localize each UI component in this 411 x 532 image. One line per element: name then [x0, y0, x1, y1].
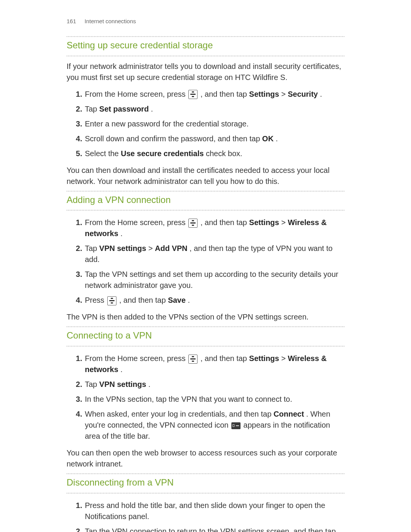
heading-connect-vpn: Connecting to a VPN — [67, 328, 344, 343]
list-item: 4. When asked, enter your log in credent… — [67, 407, 344, 444]
list-item: 4. Press , and then tap Save . — [67, 293, 344, 308]
running-header: 161 Internet connections — [67, 17, 344, 26]
step-text: . — [148, 380, 151, 388]
list-item: 2. Tap VPN settings > Add VPN , and then… — [67, 241, 344, 267]
bold-text: Security — [288, 90, 318, 98]
steps-list: 1. From the Home screen, press , and the… — [67, 215, 344, 308]
step-number: 2. — [72, 243, 82, 254]
step-text: , and then tap — [201, 354, 249, 363]
steps-list: 1. From the Home screen, press , and the… — [67, 87, 344, 161]
step-number: 1. — [72, 217, 82, 228]
step-number: 1. — [72, 500, 82, 511]
intro-text: If your network administrator tells you … — [67, 61, 344, 83]
menu-icon — [188, 355, 198, 364]
heading-add-vpn: Adding a VPN connection — [67, 192, 344, 208]
menu-icon — [188, 90, 198, 99]
page-root: 161 Internet connections Setting up secu… — [0, 0, 411, 532]
list-item: 1. From the Home screen, press , and the… — [67, 215, 344, 241]
bold-text: Set password — [99, 105, 149, 113]
list-item: 1. From the Home screen, press , and the… — [67, 351, 344, 377]
outro-text: You can then download and install the ce… — [67, 165, 344, 187]
step-number: 3. — [72, 394, 82, 405]
list-item: 2. Tap VPN settings . — [67, 377, 344, 392]
section-heading-bar: Disconnecting from a VPN — [67, 473, 344, 494]
bold-text: Settings — [249, 218, 279, 227]
step-text: . — [188, 296, 190, 304]
step-text: Scroll down and confirm the password, an… — [85, 134, 262, 143]
step-text: . — [276, 134, 278, 143]
outro-text: You can then open the web browser to acc… — [67, 447, 344, 470]
list-item: 1. Press and hold the title bar, and the… — [67, 498, 344, 524]
step-text: . — [151, 105, 153, 113]
bold-text: Connect — [274, 410, 304, 418]
step-text: , and then tap — [119, 296, 168, 304]
step-text: From the Home screen, press — [85, 90, 188, 98]
section-heading-bar: Connecting to a VPN — [67, 326, 344, 347]
bold-text: OK — [262, 134, 274, 143]
step-number: 4. — [72, 133, 82, 144]
step-text: Tap — [85, 105, 99, 113]
page-number: 161 — [67, 18, 76, 24]
bold-text: Settings — [249, 354, 279, 363]
step-text: . — [120, 365, 123, 374]
step-text: > — [148, 244, 155, 252]
step-text: check box. — [206, 149, 242, 158]
vpn-connected-icon — [231, 422, 241, 429]
step-number: 4. — [72, 295, 82, 306]
steps-list: 1. Press and hold the title bar, and the… — [67, 498, 344, 532]
step-text: Press and hold the title bar, and then s… — [85, 501, 325, 521]
step-text: Select the — [85, 149, 121, 158]
list-item: 4. Scroll down and confirm the password,… — [67, 131, 344, 146]
step-number: 1. — [72, 89, 82, 100]
step-text: Tap — [85, 380, 99, 388]
bold-text: Save — [168, 296, 186, 304]
list-item: 3. Tap the VPN settings and set them up … — [67, 267, 344, 293]
heading-disconnect-vpn: Disconnecting from a VPN — [67, 474, 344, 490]
step-number: 4. — [72, 409, 82, 420]
step-text: Tap the VPN settings and set them up acc… — [85, 270, 338, 289]
step-text: . — [320, 90, 322, 98]
menu-icon — [107, 296, 116, 305]
step-text: . — [120, 229, 123, 238]
outro-text: The VPN is then added to the VPNs sectio… — [67, 312, 344, 323]
step-number: 3. — [72, 118, 82, 129]
section-name: Internet connections — [84, 18, 136, 24]
bold-text: Settings — [249, 90, 279, 98]
step-text: In the VPNs section, tap the VPN that yo… — [85, 395, 292, 403]
step-text: When asked, enter your log in credential… — [85, 410, 274, 418]
step-text: , and then tap — [201, 218, 249, 227]
list-item: 5. Select the Use secure credentials che… — [67, 146, 344, 161]
step-text: Enter a new password for the credential … — [85, 120, 249, 128]
section-heading-bar: Adding a VPN connection — [67, 191, 344, 211]
step-number: 2. — [72, 526, 82, 532]
step-text: > — [281, 90, 288, 98]
step-number: 2. — [72, 104, 82, 115]
bold-text: Use secure credentials — [121, 149, 204, 158]
step-text: From the Home screen, press — [85, 218, 188, 227]
list-item: 2. Tap Set password . — [67, 102, 344, 117]
bold-text: Add VPN — [155, 244, 188, 252]
step-text: From the Home screen, press — [85, 354, 188, 363]
step-number: 1. — [72, 353, 82, 364]
step-number: 3. — [72, 269, 82, 280]
step-text: Tap the VPN connection to return to the … — [85, 527, 336, 532]
list-item: 1. From the Home screen, press , and the… — [67, 87, 344, 102]
bold-text: VPN settings — [99, 244, 146, 252]
step-text: , and then tap — [201, 90, 249, 98]
step-text: > — [281, 218, 288, 227]
list-item: 2. Tap the VPN connection to return to t… — [67, 524, 344, 532]
menu-icon — [188, 219, 198, 228]
bold-text: VPN settings — [99, 380, 146, 388]
step-text: > — [281, 354, 288, 363]
steps-list: 1. From the Home screen, press , and the… — [67, 351, 344, 444]
list-item: 3. In the VPNs section, tap the VPN that… — [67, 392, 344, 407]
section-heading-bar: Setting up secure credential storage — [67, 36, 344, 56]
step-number: 2. — [72, 379, 82, 390]
step-text: Tap — [85, 244, 99, 252]
step-text: Press — [85, 296, 107, 304]
heading-secure-storage: Setting up secure credential storage — [67, 37, 344, 53]
step-number: 5. — [72, 148, 82, 159]
list-item: 3. Enter a new password for the credenti… — [67, 117, 344, 131]
